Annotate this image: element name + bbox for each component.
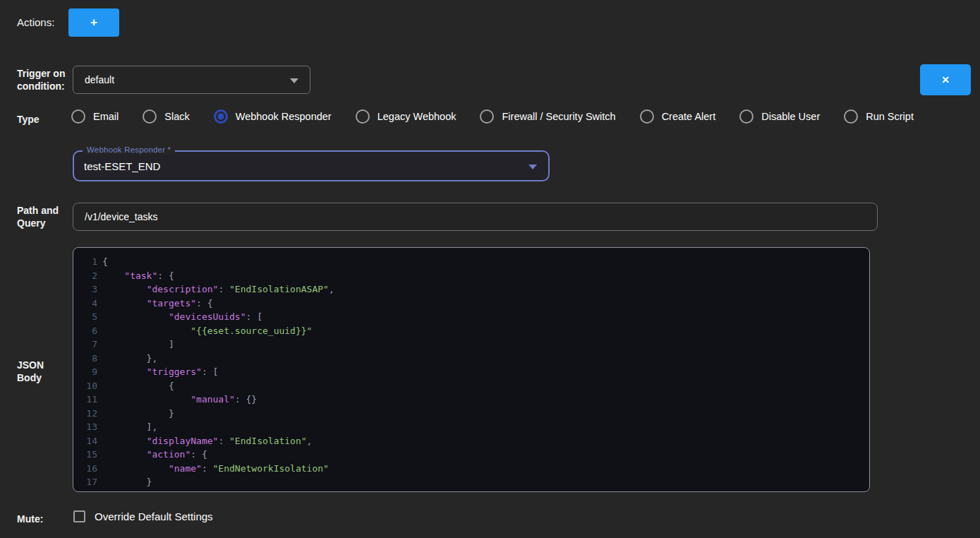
code-line-9: 9 "triggers": [ — [73, 365, 869, 379]
webhook-responder-floating-label: Webhook Responder * — [83, 145, 175, 154]
line-content: } — [97, 407, 174, 421]
actions-label: Actions: — [17, 16, 54, 29]
action-config-panel: Actions: + Trigger on condition: default… — [0, 0, 980, 538]
path-query-label-line2: Query — [17, 217, 59, 229]
line-number: 12 — [73, 407, 97, 421]
radio-label-disable-user: Disable User — [761, 111, 820, 122]
line-content: "action": { — [97, 448, 207, 462]
line-number: 13 — [73, 420, 97, 434]
line-content: ], — [97, 420, 157, 434]
line-number: 6 — [73, 324, 97, 338]
line-number: 2 — [73, 269, 97, 283]
json-body-label-line2: Body — [17, 371, 44, 384]
radio-slack[interactable]: Slack — [143, 109, 189, 124]
line-content: "description": "EndIsolationASAP", — [97, 282, 334, 297]
radio-icon — [480, 109, 494, 124]
code-line-16: 16 "name": "EndNetworkIsolation" — [73, 462, 869, 476]
line-content: "targets": { — [97, 297, 213, 311]
override-default-settings-label: Override Default Settings — [95, 510, 213, 522]
radio-icon — [143, 109, 157, 124]
line-content: }, — [97, 352, 157, 366]
radio-icon — [356, 109, 370, 124]
code-line-11: 11 "manual": {} — [73, 393, 869, 407]
line-number: 7 — [73, 337, 97, 352]
line-content: "displayName": "EndIsolation", — [97, 434, 312, 448]
radio-label-legacy-webhook: Legacy Webhook — [377, 111, 456, 122]
line-content: { — [97, 255, 108, 269]
line-number: 14 — [73, 434, 97, 448]
radio-run-script[interactable]: Run Script — [844, 109, 914, 124]
line-number: 3 — [73, 282, 97, 297]
radio-icon — [640, 109, 654, 124]
radio-icon — [214, 109, 228, 124]
radio-icon — [844, 109, 858, 124]
radio-icon — [739, 109, 754, 124]
line-number: 17 — [73, 475, 97, 489]
json-body-label-line1: JSON — [17, 359, 44, 371]
code-line-5: 5 "devicesUuids": [ — [73, 310, 869, 324]
code-line-12: 12 } — [73, 407, 869, 421]
trigger-condition-select[interactable]: default — [73, 66, 310, 94]
code-line-17: 17 } — [73, 475, 869, 489]
code-line-4: 4 "targets": { — [73, 297, 869, 311]
radio-create-alert[interactable]: Create Alert — [640, 109, 716, 124]
radio-firewall-security-switch[interactable]: Firewall / Security Switch — [480, 109, 615, 124]
code-line-8: 8 }, — [73, 352, 869, 366]
code-line-1: 1{ — [73, 255, 869, 269]
line-content: } — [97, 475, 152, 489]
line-content: { — [97, 379, 174, 393]
radio-label-run-script: Run Script — [866, 111, 914, 122]
line-number: 16 — [73, 462, 97, 476]
chevron-down-icon — [528, 165, 537, 169]
json-body-label: JSON Body — [17, 359, 44, 384]
line-content: ] — [97, 337, 174, 352]
code-line-2: 2 "task": { — [73, 269, 869, 283]
radio-disable-user[interactable]: Disable User — [739, 109, 820, 124]
code-line-10: 10 { — [73, 379, 869, 393]
code-line-15: 15 "action": { — [73, 448, 869, 462]
code-line-18: 18 } — [73, 489, 869, 493]
radio-icon — [71, 109, 85, 124]
path-query-input[interactable] — [73, 203, 878, 231]
radio-label-firewall-security-switch: Firewall / Security Switch — [502, 111, 615, 122]
chevron-down-icon — [290, 78, 298, 83]
json-body-editor[interactable]: 1{2 "task": {3 "description": "EndIsolat… — [73, 247, 870, 492]
trigger-condition-label: Trigger on condition: — [17, 67, 65, 92]
code-line-7: 7 ] — [73, 337, 869, 352]
webhook-responder-select[interactable]: Webhook Responder * test-ESET_END — [73, 150, 550, 181]
remove-action-button[interactable]: ✕ — [920, 64, 971, 95]
trigger-condition-label-line1: Trigger on — [17, 67, 65, 80]
code-line-14: 14 "displayName": "EndIsolation", — [73, 434, 869, 448]
radio-label-email: Email — [93, 111, 119, 122]
code-line-3: 3 "description": "EndIsolationASAP", — [73, 282, 869, 297]
line-number: 9 — [73, 365, 97, 379]
line-content: "{{eset.source_uuid}}" — [97, 324, 312, 338]
line-number: 5 — [73, 310, 97, 324]
line-number: 18 — [73, 489, 97, 493]
type-label: Type — [17, 113, 40, 126]
add-action-button[interactable]: + — [68, 8, 119, 37]
path-query-label: Path and Query — [17, 204, 59, 229]
line-content: "manual": {} — [97, 393, 257, 407]
trigger-condition-selected-value: default — [85, 74, 114, 85]
mute-label: Mute: — [17, 513, 43, 525]
line-number: 8 — [73, 352, 97, 366]
override-default-settings-checkbox[interactable] — [73, 510, 85, 522]
line-content: } — [97, 489, 130, 493]
radio-legacy-webhook[interactable]: Legacy Webhook — [356, 109, 456, 124]
mute-override-row: Override Default Settings — [73, 510, 213, 522]
line-number: 15 — [73, 448, 97, 462]
radio-label-slack: Slack — [164, 111, 189, 122]
type-radio-group: EmailSlackWebhook ResponderLegacy Webhoo… — [71, 109, 914, 124]
line-number: 1 — [73, 255, 97, 269]
radio-email[interactable]: Email — [71, 109, 119, 124]
code-lines: 1{2 "task": {3 "description": "EndIsolat… — [73, 255, 869, 492]
radio-label-create-alert: Create Alert — [662, 111, 716, 122]
webhook-responder-selected-value: test-ESET_END — [84, 160, 160, 172]
line-number: 4 — [73, 297, 97, 311]
line-content: "devicesUuids": [ — [97, 310, 262, 324]
radio-webhook-responder[interactable]: Webhook Responder — [214, 109, 332, 124]
line-content: "name": "EndNetworkIsolation" — [97, 462, 329, 476]
code-line-13: 13 ], — [73, 420, 869, 434]
code-line-6: 6 "{{eset.source_uuid}}" — [73, 324, 869, 338]
